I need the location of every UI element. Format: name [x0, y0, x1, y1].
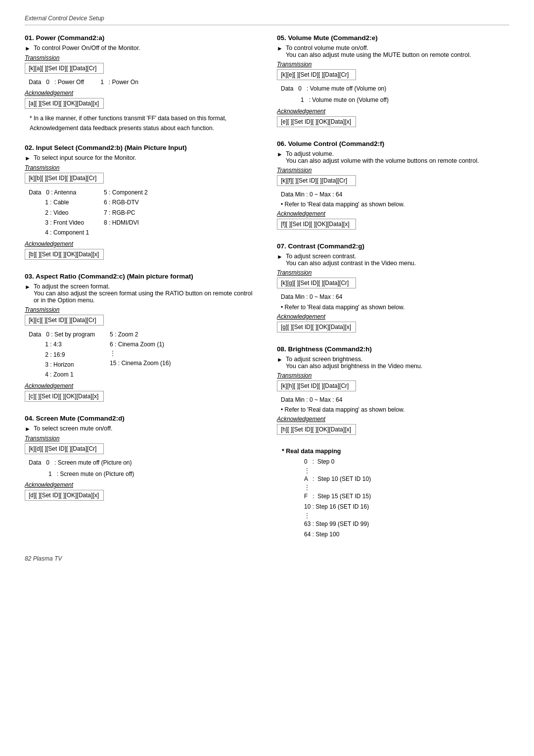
right-column: 05. Volume Mute (Command2:e) ► To contro… [277, 34, 509, 540]
data-line-05a: Data 0 : Volume mute off (Volume on) [281, 84, 509, 94]
bullet-arrow-icon-02: ► [25, 155, 31, 162]
ack-label-02: Acknowledgement [25, 240, 257, 247]
bullet-arrow-icon: ► [25, 45, 31, 52]
bullet-arrow-icon-07: ► [277, 253, 283, 260]
data-row-02-1: 1 : Cable [29, 197, 89, 207]
real-data-row-F: F : Step 15 (SET ID 15) [304, 491, 509, 502]
section-03-title: 03. Aspect Ratio (Command2:c) (Main pict… [25, 273, 257, 280]
real-data-row-63: 63 : Step 99 (SET ID 99) [304, 519, 509, 530]
ack-label-04: Acknowledgement [25, 481, 257, 488]
transmission-label-04: Transmission [25, 435, 257, 442]
ack-label-03: Acknowledgement [25, 382, 257, 389]
section-03: 03. Aspect Ratio (Command2:c) (Main pict… [25, 273, 257, 404]
data-row-02-4: 4 : Component 1 [29, 228, 89, 237]
data-row-02-3: 3 : Front Video [29, 218, 89, 228]
section-03-bullet: ► To adjust the screen format.You can al… [25, 283, 257, 304]
section-07-title: 07. Contrast (Command2:g) [277, 242, 509, 250]
note-01: * In a like manner, if other functions t… [30, 114, 257, 133]
ack-code-01: [a][ ][Set ID][ ][OK][Data][x] [25, 98, 104, 109]
section-03-bullet-text: To adjust the screen format.You can also… [34, 283, 257, 304]
header-rule [25, 25, 509, 25]
real-data-vdots-2: ⋮ [304, 484, 509, 491]
transmission-label-02: Transmission [25, 164, 257, 171]
transmission-label-03: Transmission [25, 306, 257, 313]
section-01: 01. Power (Command2:a) ► To control Powe… [25, 34, 257, 133]
ack-label-01: Acknowledgement [25, 90, 257, 96]
page-header: External Control Device Setup [25, 15, 509, 22]
section-05: 05. Volume Mute (Command2:e) ► To contro… [277, 34, 509, 129]
transmission-label-08: Transmission [277, 372, 509, 379]
section-01-bullet: ► To control Power On/Off of the Monitor… [25, 45, 257, 52]
real-data-vdots-1: ⋮ [304, 468, 509, 474]
ack-label-06: Acknowledgement [277, 210, 509, 217]
ack-label-08: Acknowledgement [277, 416, 509, 423]
page: External Control Device Setup 01. Power … [0, 0, 534, 582]
transmission-label-01: Transmission [25, 54, 257, 61]
bullet-arrow-icon-05: ► [277, 45, 283, 52]
data-row-02-6: 6 : RGB-DTV [104, 197, 148, 207]
transmission-code-06: [k][f][ ][Set ID][ ][Data][Cr] [277, 175, 356, 186]
section-04: 04. Screen Mute (Command2:d) ► To select… [25, 415, 257, 503]
real-data-row-10: 10 : Step 16 (SET ID 16) [304, 502, 509, 513]
ack-code-03: [c][ ][Set ID][ ][OK][Data][x] [25, 391, 104, 402]
ack-code-05: [e][ ][Set ID][ ][OK][Data][x] [277, 116, 356, 127]
ack-code-04: [d][ ][Set ID][ ][OK][Data][x] [25, 490, 104, 501]
refer-note-08: Refer to 'Real data mapping' as shown be… [281, 406, 509, 413]
data-row-02-5: 5 : Component 2 [104, 188, 148, 197]
section-08: 08. Brightness (Command2:h) ► To adjust … [277, 345, 509, 437]
section-05-title: 05. Volume Mute (Command2:e) [277, 34, 509, 42]
section-06: 06. Volume Control (Command2:f) ► To adj… [277, 140, 509, 232]
ack-code-02: [b][ ][Set ID][ ][OK][Data][x] [25, 249, 104, 260]
real-data-row-A: A : Step 10 (SET ID 10) [304, 474, 509, 485]
left-column: 01. Power (Command2:a) ► To control Powe… [25, 34, 257, 540]
data-line-01a: Data 0 : Power Off 1 : Power On [29, 77, 257, 87]
section-06-bullet-text: To adjust volume.You can also adjust vol… [286, 150, 479, 164]
section-04-title: 04. Screen Mute (Command2:d) [25, 415, 257, 422]
transmission-label-07: Transmission [277, 269, 509, 276]
real-data-title: * Real data mapping [282, 448, 509, 455]
bullet-arrow-icon-06: ► [277, 151, 283, 158]
transmission-code-08: [k][h][ ][Set ID][ ][Data][Cr] [277, 380, 356, 391]
section-02-bullet: ► To select input source for the Monitor… [25, 154, 257, 162]
transmission-code-05: [k][e][ ][Set ID][ ][Data][Cr] [277, 69, 356, 80]
data-row-02-0: Data 0 : Antenna [29, 188, 89, 197]
ack-label-05: Acknowledgement [277, 108, 509, 115]
section-08-bullet-text: To adjust screen brightness.You can also… [286, 356, 423, 370]
ack-label-07: Acknowledgement [277, 313, 509, 320]
data-line-07a: Data Min : 0 ~ Max : 64 [281, 292, 509, 302]
section-07: 07. Contrast (Command2:g) ► To adjust sc… [277, 242, 509, 334]
ack-code-07: [g][ ][Set ID][ ][OK][Data][x] [277, 322, 356, 332]
data-table-02: Data 0 : Antenna 1 : Cable 2 : Video 3 :… [29, 188, 257, 238]
transmission-code-01: [k][a][ ][Set ID][ ][Data][Cr] [25, 63, 104, 74]
real-data-row-0: 0 : Step 0 [304, 457, 509, 468]
refer-note-07: Refer to 'Real data mapping' as shown be… [281, 304, 509, 311]
section-08-bullet: ► To adjust screen brightness.You can al… [277, 356, 509, 370]
data-line-05b: 1 : Volume mute on (Volume off) [301, 95, 509, 105]
data-row-03-3: 3 : Horizon [29, 360, 95, 370]
transmission-label-05: Transmission [277, 61, 509, 68]
real-data-mapping: * Real data mapping 0 : Step 0 ⋮ A : Ste… [277, 448, 509, 540]
data-row-03-4: 4 : Zoom 1 [29, 370, 95, 379]
data-row-03-0: Data 0 : Set by program [29, 330, 95, 339]
transmission-label-06: Transmission [277, 167, 509, 174]
section-05-bullet: ► To control volume mute on/off.You can … [277, 45, 509, 58]
data-row-03-6: 6 : Cinema Zoom (1) [110, 339, 171, 349]
section-06-title: 06. Volume Control (Command2:f) [277, 140, 509, 147]
data-row-02-8: 8 : HDMI/DVI [104, 218, 148, 228]
bullet-arrow-icon-04: ► [25, 425, 31, 432]
data-row-02-2: 2 : Video [29, 208, 89, 218]
section-04-bullet: ► To select screen mute on/off. [25, 425, 257, 432]
section-07-bullet-text: To adjust screen contrast.You can also a… [286, 253, 416, 267]
data-line-04b: 1 : Screen mute on (Picture off) [48, 469, 257, 479]
real-data-rows: 0 : Step 0 ⋮ A : Step 10 (SET ID 10) ⋮ F… [304, 457, 509, 540]
section-06-bullet: ► To adjust volume.You can also adjust v… [277, 150, 509, 164]
section-02-title: 02. Input Select (Command2:b) (Main Pict… [25, 144, 257, 151]
bullet-arrow-icon-08: ► [277, 356, 283, 363]
refer-note-06: Refer to 'Real data mapping' as shown be… [281, 201, 509, 208]
data-col-right-02: 5 : Component 2 6 : RGB-DTV 7 : RGB-PC 8… [104, 188, 148, 238]
bullet-arrow-icon-03: ► [25, 284, 31, 290]
data-vdots-03a: ⋮ [110, 350, 171, 358]
data-row-02-7: 7 : RGB-PC [104, 208, 148, 218]
ack-code-08: [h][ ][Set ID][ ][OK][Data][x] [277, 424, 356, 435]
transmission-code-02: [k][b][ ][Set ID][ ][Data][Cr] [25, 173, 104, 184]
